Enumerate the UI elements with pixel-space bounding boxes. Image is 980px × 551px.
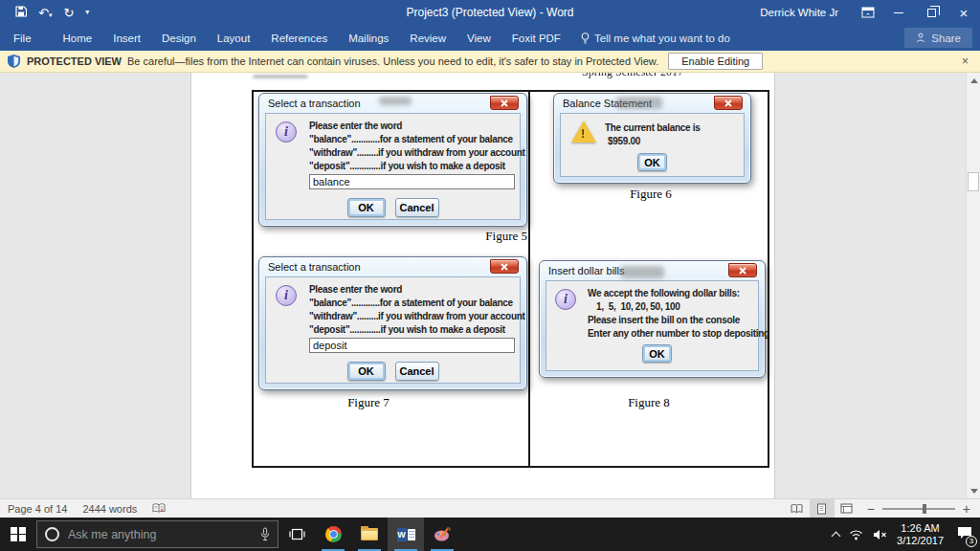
dialog-title: Select a transaction xyxy=(268,98,361,109)
table-border-bottom xyxy=(252,466,769,468)
tab-insert[interactable]: Insert xyxy=(102,25,151,51)
page-indicator[interactable]: Page 4 of 14 xyxy=(0,499,75,518)
dialog-message: Please enter the word "balance".........… xyxy=(309,120,525,173)
ok-button[interactable]: OK xyxy=(642,344,672,363)
start-button[interactable] xyxy=(0,518,36,551)
ribbon-display-options-icon[interactable] xyxy=(854,0,882,25)
zoom-in-button[interactable]: + xyxy=(963,502,970,516)
cancel-button[interactable]: Cancel xyxy=(395,198,439,217)
shield-icon xyxy=(8,55,20,68)
zoom-out-button[interactable]: − xyxy=(867,502,875,516)
protected-view-label: PROTECTED VIEW xyxy=(27,55,122,67)
figure6-caption: Figure 6 xyxy=(603,187,699,202)
action-center-button[interactable]: 3 xyxy=(957,526,972,543)
document-scrollbar[interactable] xyxy=(966,73,980,498)
web-layout-icon[interactable] xyxy=(835,499,859,518)
taskbar-file-explorer-icon[interactable] xyxy=(351,518,388,551)
microphone-icon[interactable] xyxy=(260,527,270,541)
ribbon-tab-row: File Home Insert Design Layout Reference… xyxy=(0,25,980,51)
signed-in-user[interactable]: Derrick White Jr xyxy=(760,7,838,18)
zoom-slider-thumb[interactable] xyxy=(923,504,926,514)
volume-muted-icon[interactable] xyxy=(873,529,887,540)
cortana-search-box[interactable]: Ask me anything xyxy=(36,520,278,548)
tab-layout[interactable]: Layout xyxy=(207,25,261,51)
taskbar-chrome-icon[interactable] xyxy=(315,518,351,551)
notification-badge: 3 xyxy=(966,536,977,547)
dialog-message: The current balance is $959.00 xyxy=(605,121,701,148)
task-view-button[interactable] xyxy=(278,518,315,551)
search-placeholder: Ask me anything xyxy=(68,528,252,541)
protected-view-text: Be careful—files from the Internet can c… xyxy=(127,55,658,67)
tab-home[interactable]: Home xyxy=(53,25,103,51)
word-count[interactable]: 2444 words xyxy=(75,499,145,518)
system-tray: 1:26 AM 3/12/2017 3 xyxy=(833,518,980,551)
scroll-down-button[interactable] xyxy=(967,483,980,498)
save-icon[interactable] xyxy=(15,6,27,19)
message-bar-close-icon[interactable]: × xyxy=(958,55,972,68)
undo-icon[interactable]: ↶▾ xyxy=(38,7,52,19)
dialog-body: i Please enter the word "balance".......… xyxy=(265,276,521,384)
taskbar-paint-app-icon[interactable] xyxy=(424,518,460,551)
quick-access-toolbar: ↶▾ ↻ ▾ xyxy=(0,6,89,19)
taskbar-word-icon[interactable]: W xyxy=(388,518,424,551)
close-button[interactable]: × xyxy=(947,0,980,25)
tab-file[interactable]: File xyxy=(0,25,42,51)
dialog-message: We accept the following dollar bills: 1,… xyxy=(588,287,769,341)
tab-design[interactable]: Design xyxy=(151,25,207,51)
cancel-button[interactable]: Cancel xyxy=(395,362,439,381)
document-viewport[interactable]: Spring Semester 2017 Select a transactio… xyxy=(0,73,980,498)
tab-references[interactable]: References xyxy=(260,25,338,51)
lightbulb-icon xyxy=(581,33,590,44)
ok-button[interactable]: OK xyxy=(347,198,386,217)
redo-icon[interactable]: ↻ xyxy=(63,7,74,19)
dialog-close-button[interactable] xyxy=(728,263,757,277)
table-border-left xyxy=(252,90,254,468)
minimize-button[interactable] xyxy=(882,0,915,25)
tab-review[interactable]: Review xyxy=(399,25,457,51)
warning-icon xyxy=(571,121,596,143)
proofing-status-icon[interactable] xyxy=(145,499,173,518)
dialog-body: i We accept the following dollar bills: … xyxy=(546,280,759,371)
dialog-close-button[interactable] xyxy=(490,96,519,110)
dialog-close-button[interactable] xyxy=(714,96,743,110)
figure7-select-transaction-dialog: Select a transaction i Please enter the … xyxy=(258,256,527,390)
close-x-icon xyxy=(501,99,508,107)
clipped-header-right: Spring Semester 2017 xyxy=(582,73,695,79)
ok-button[interactable]: OK xyxy=(347,362,386,381)
read-mode-icon[interactable] xyxy=(785,499,810,518)
enable-editing-button[interactable]: Enable Editing xyxy=(668,53,763,70)
desktop: ↶▾ ↻ ▾ Project3 (Protected View) - Word … xyxy=(0,0,980,551)
info-icon: i xyxy=(276,121,297,143)
print-layout-icon[interactable] xyxy=(810,499,835,518)
wifi-icon[interactable] xyxy=(849,529,863,540)
close-x-icon xyxy=(501,263,508,271)
transaction-input[interactable] xyxy=(309,338,515,353)
status-bar: Page 4 of 14 2444 words − + xyxy=(0,498,980,518)
windows-logo-icon xyxy=(11,527,26,542)
restore-button[interactable] xyxy=(915,0,947,25)
clock[interactable]: 1:26 AM 3/12/2017 xyxy=(897,522,944,547)
figure5-select-transaction-dialog: Select a transaction i Please enter the … xyxy=(258,93,527,227)
tell-me-box[interactable]: Tell me what you want to do xyxy=(571,33,740,44)
info-icon: i xyxy=(276,285,297,306)
close-x-icon xyxy=(739,267,746,275)
zoom-slider[interactable] xyxy=(882,508,955,510)
cortana-icon xyxy=(45,527,59,541)
tab-view[interactable]: View xyxy=(457,25,501,51)
ok-button[interactable]: OK xyxy=(637,153,667,171)
zoom-controls: − + xyxy=(859,502,980,516)
scrollbar-thumb[interactable] xyxy=(968,172,979,191)
tray-date: 3/12/2017 xyxy=(897,535,944,547)
tab-mailings[interactable]: Mailings xyxy=(338,25,399,51)
transaction-input[interactable] xyxy=(309,174,515,189)
dialog-title: Select a transaction xyxy=(268,261,361,273)
tab-foxit-pdf[interactable]: Foxit PDF xyxy=(501,25,571,51)
share-button[interactable]: Share xyxy=(904,28,972,48)
dialog-message: Please enter the word "balance".........… xyxy=(309,283,525,337)
customize-qat-icon[interactable]: ▾ xyxy=(85,9,89,16)
info-icon: i xyxy=(555,289,576,310)
clipped-header-left-illegible xyxy=(253,75,308,78)
scroll-up-button[interactable] xyxy=(967,73,980,88)
tray-expand-icon[interactable] xyxy=(832,531,841,540)
dialog-close-button[interactable] xyxy=(490,259,519,274)
